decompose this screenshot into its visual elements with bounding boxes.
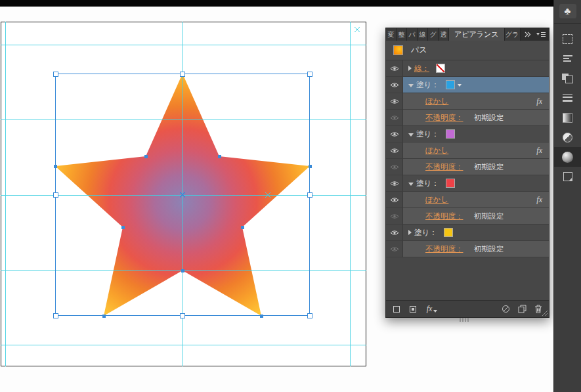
appearance-row-stroke[interactable]: 線： — [386, 60, 549, 77]
opacity-row[interactable]: 不透明度： 初期設定 — [386, 208, 549, 225]
add-effect-button[interactable]: fx — [422, 302, 442, 316]
collapsed-tab-align[interactable]: 整 — [397, 28, 407, 41]
eye-cell[interactable] — [386, 192, 403, 208]
opacity-link[interactable]: 不透明度： — [425, 244, 463, 254]
graphic-styles-panel-button[interactable] — [554, 167, 581, 186]
duplicate-item-button[interactable] — [515, 302, 529, 316]
pathfinder-panel-button[interactable] — [554, 68, 581, 88]
visibility-eye-icon[interactable] — [390, 164, 399, 170]
opacity-link[interactable]: 不透明度： — [425, 162, 463, 172]
tab-graphic-styles-truncated[interactable]: グラ — [505, 28, 521, 41]
opacity-row[interactable]: 不透明度： 初期設定 — [386, 110, 549, 126]
illustrator-window: ♣ 変 整 パ 線 — [0, 0, 581, 392]
anchor-point[interactable] — [241, 226, 244, 229]
appearance-panel-button[interactable] — [554, 147, 581, 167]
visibility-eye-icon[interactable] — [390, 246, 399, 252]
effect-row-blur[interactable]: ぼかし fx — [386, 192, 549, 208]
anchor-point[interactable] — [218, 155, 221, 158]
bbox-handle[interactable] — [53, 72, 58, 76]
anchor-point[interactable] — [102, 315, 106, 318]
eye-cell[interactable] — [386, 241, 403, 257]
appearance-row-fill-purple[interactable]: 塗り： — [386, 126, 549, 142]
appearance-row-fill-blue[interactable]: 塗り： — [386, 77, 549, 93]
eye-cell[interactable] — [386, 208, 403, 225]
bbox-handle[interactable] — [53, 192, 58, 197]
anchor-point[interactable] — [181, 269, 184, 272]
opacity-row[interactable]: 不透明度： 初期設定 — [386, 159, 549, 175]
fill-color-swatch[interactable] — [446, 129, 455, 139]
bbox-handle[interactable] — [307, 72, 312, 76]
blur-effect-link[interactable]: ぼかし — [425, 146, 448, 156]
swatch-dropdown-arrow-icon[interactable] — [458, 84, 462, 87]
collapse-panel-icon[interactable] — [522, 28, 534, 41]
disclosure-down-icon[interactable] — [408, 133, 414, 137]
collapsed-tab-stroke[interactable]: 線 — [418, 28, 428, 41]
bbox-handle[interactable] — [307, 313, 312, 318]
opacity-row-path[interactable]: 不透明度： 初期設定 — [386, 241, 549, 257]
fill-color-swatch[interactable] — [446, 179, 455, 188]
anchor-point[interactable] — [54, 165, 57, 168]
visibility-eye-icon[interactable] — [390, 213, 399, 219]
visibility-eye-icon[interactable] — [390, 181, 399, 186]
eye-cell[interactable] — [386, 159, 403, 175]
fill-color-swatch[interactable] — [444, 228, 453, 237]
add-fill-button[interactable] — [406, 302, 420, 316]
bbox-handle[interactable] — [307, 192, 312, 197]
appearance-row-fill-red[interactable]: 塗り： — [386, 175, 549, 192]
collapsed-tab-pathfinder[interactable]: パ — [407, 28, 418, 41]
appearance-row-fill-yellow[interactable]: 塗り： — [386, 225, 549, 241]
stroke-row-label[interactable]: 線： — [414, 64, 429, 74]
collapsed-tab-transform[interactable]: 変 — [386, 28, 397, 41]
visibility-eye-icon[interactable] — [390, 148, 399, 154]
stroke-panel-button[interactable] — [554, 88, 581, 108]
color-panel-button[interactable] — [554, 127, 581, 147]
eye-cell[interactable] — [386, 225, 403, 241]
fill-color-swatch[interactable] — [446, 80, 455, 89]
disclosure-down-icon[interactable] — [408, 84, 414, 87]
visibility-eye-icon[interactable] — [390, 82, 399, 88]
eye-cell[interactable] — [386, 110, 403, 126]
artboards-panel-button[interactable] — [554, 29, 581, 49]
visibility-eye-icon[interactable] — [390, 230, 399, 236]
bbox-handle[interactable] — [181, 72, 185, 76]
collapsed-tab-gradient[interactable]: グ — [428, 28, 439, 41]
collapsed-tab-transparency[interactable]: 透 — [439, 28, 449, 41]
eye-cell[interactable] — [386, 60, 403, 77]
clear-appearance-button[interactable] — [498, 302, 513, 316]
anchor-point[interactable] — [260, 315, 263, 318]
anchor-point[interactable] — [309, 165, 312, 168]
anchor-point[interactable] — [121, 226, 125, 229]
blur-effect-link[interactable]: ぼかし — [425, 97, 448, 106]
eye-cell[interactable] — [386, 175, 403, 192]
bbox-handle[interactable] — [53, 313, 58, 318]
opacity-value: 初期設定 — [474, 211, 504, 221]
effect-row-blur[interactable]: ぼかし fx — [386, 142, 549, 159]
visibility-eye-icon[interactable] — [390, 115, 399, 121]
anchor-point[interactable] — [144, 155, 148, 158]
blur-effect-link[interactable]: ぼかし — [425, 195, 448, 205]
visibility-eye-icon[interactable] — [390, 66, 399, 72]
bbox-handle[interactable] — [181, 313, 185, 318]
gradient-panel-button[interactable] — [554, 108, 581, 127]
visibility-eye-icon[interactable] — [390, 197, 399, 203]
panel-menu-icon[interactable] — [534, 28, 549, 41]
symbols-panel-button[interactable]: ♣ — [554, 1, 581, 21]
tab-appearance[interactable]: アピアランス — [449, 28, 505, 41]
effect-row-blur[interactable]: ぼかし fx — [386, 93, 549, 110]
eye-cell[interactable] — [386, 126, 403, 142]
visibility-eye-icon[interactable] — [390, 131, 399, 137]
opacity-link[interactable]: 不透明度： — [425, 211, 463, 221]
opacity-link[interactable]: 不透明度： — [425, 113, 463, 123]
disclosure-right-icon[interactable] — [408, 66, 412, 71]
disclosure-down-icon[interactable] — [408, 183, 414, 186]
disclosure-right-icon[interactable] — [408, 230, 412, 235]
eye-cell[interactable] — [386, 93, 403, 110]
visibility-eye-icon[interactable] — [390, 98, 399, 104]
appearance-target-header[interactable]: パス — [386, 41, 549, 60]
align-panel-button[interactable] — [554, 49, 581, 68]
stroke-none-swatch[interactable] — [436, 64, 445, 73]
panel-group-resize-handle[interactable] — [460, 318, 469, 322]
eye-cell[interactable] — [386, 77, 403, 93]
add-stroke-button[interactable] — [389, 302, 404, 316]
eye-cell[interactable] — [386, 142, 403, 159]
